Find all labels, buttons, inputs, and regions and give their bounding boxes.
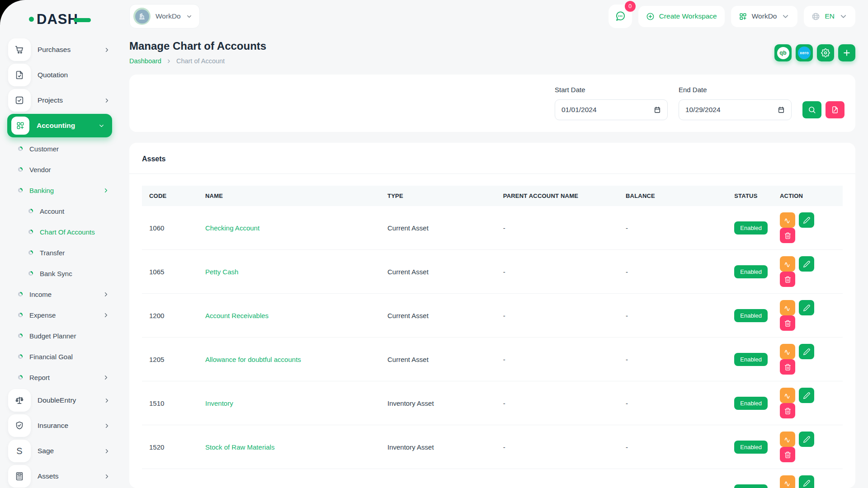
account-name-link[interactable]: Inventory	[205, 399, 233, 407]
delete-button[interactable]	[780, 403, 795, 418]
chevron-right-icon	[104, 47, 110, 53]
status-badge[interactable]: Enabled	[734, 441, 768, 454]
sidebar-item-income[interactable]: Income	[0, 284, 119, 305]
account-name-link[interactable]: Allowance for doubtful accounts	[205, 356, 301, 363]
sidebar-item-assets[interactable]: Assets	[0, 464, 119, 488]
sidebar-item-report[interactable]: Report	[0, 367, 119, 388]
calendar-icon[interactable]	[654, 106, 661, 113]
sidebar-item-vendor[interactable]: Vendor	[0, 159, 119, 180]
account-name-link[interactable]: Checking Account	[205, 224, 259, 232]
cell-parent-account: -	[496, 381, 618, 425]
trash-icon	[784, 319, 792, 327]
status-badge[interactable]: Enabled	[734, 309, 768, 322]
activity-button[interactable]	[780, 432, 795, 447]
activity-button[interactable]	[780, 475, 795, 488]
breadcrumb-dashboard-link[interactable]: Dashboard	[129, 57, 161, 65]
messages-button[interactable]: 0	[609, 5, 632, 28]
sidebar-item-sage[interactable]: SSage	[0, 438, 119, 464]
edit-button[interactable]	[799, 300, 814, 315]
edit-button[interactable]	[799, 212, 814, 228]
language-code: EN	[825, 12, 835, 20]
status-badge[interactable]: Enabled	[734, 221, 768, 235]
building-icon	[135, 9, 149, 23]
sidebar-item-bank-sync[interactable]: Bank Sync	[0, 263, 119, 284]
table-row: 1205Allowance for doubtful accountsCurre…	[142, 338, 843, 381]
end-date-input[interactable]: 10/29/2024	[679, 99, 792, 120]
edit-button[interactable]	[799, 475, 814, 488]
cell-type: Current Asset	[380, 338, 496, 381]
cell-name: Inventory	[198, 381, 380, 425]
sidebar-item-label: Assets	[38, 472, 97, 480]
reset-filter-button[interactable]	[826, 101, 844, 118]
account-name-link[interactable]: Stock of Raw Materials	[205, 443, 274, 451]
activity-button[interactable]	[780, 388, 795, 403]
delete-button[interactable]	[780, 359, 795, 375]
xero-button[interactable]: xero	[796, 44, 813, 61]
grid-plus-iconbox	[11, 117, 29, 135]
settings-button[interactable]	[817, 44, 834, 61]
sidebar-item-chart-of-accounts[interactable]: Chart Of Accounts	[0, 221, 119, 242]
status-badge[interactable]: Enabled	[734, 265, 768, 278]
sidebar-item-banking[interactable]: Banking	[0, 180, 119, 201]
sidebar-item-accounting[interactable]: Accounting	[7, 114, 112, 137]
wave-icon	[784, 348, 792, 356]
delete-button[interactable]	[780, 447, 795, 462]
gear-icon	[821, 48, 830, 57]
workspace-selector[interactable]: WorkDo	[129, 4, 200, 28]
language-dropdown[interactable]: EN	[804, 6, 855, 27]
app-switcher-dropdown[interactable]: WorkDo	[731, 6, 798, 27]
quickbooks-button[interactable]: qb	[774, 44, 792, 61]
sidebar-item-double-entry[interactable]: DoubleEntry	[0, 388, 119, 413]
account-name-link[interactable]: Petty Cash	[205, 268, 238, 276]
table-body: 1060Checking AccountCurrent Asset--Enabl…	[142, 206, 843, 488]
bullet-icon	[18, 375, 23, 380]
chat-icon	[615, 11, 626, 22]
activity-button[interactable]	[780, 300, 795, 315]
cell-status: Enabled	[727, 338, 773, 381]
edit-button[interactable]	[799, 344, 814, 359]
cell-type: Current Asset	[380, 206, 496, 250]
edit-button[interactable]	[799, 256, 814, 272]
filter-card: Start Date 01/01/2024 End Date 10/29/202…	[129, 75, 855, 132]
grid-plus-icon	[16, 121, 25, 130]
status-badge[interactable]: Enabled	[734, 484, 768, 488]
activity-button[interactable]	[780, 256, 795, 272]
sidebar-item-quotation[interactable]: Quotation	[0, 62, 119, 88]
delete-button[interactable]	[780, 272, 795, 287]
bullet-icon	[28, 271, 33, 276]
calendar-icon[interactable]	[778, 106, 785, 113]
sidebar-item-insurance[interactable]: Insurance	[0, 413, 119, 438]
cell-code: 1510	[142, 381, 198, 425]
activity-button[interactable]	[780, 212, 795, 228]
filter-buttons	[802, 101, 844, 120]
sidebar-item-purchases[interactable]: Purchases	[0, 37, 119, 62]
app-window: DASH PurchasesQuotationProjectsAccountin…	[0, 0, 868, 488]
create-workspace-button[interactable]: Create Workspace	[638, 6, 725, 27]
edit-button[interactable]	[799, 432, 814, 447]
status-badge[interactable]: Enabled	[734, 397, 768, 410]
start-date-input[interactable]: 01/01/2024	[555, 99, 668, 120]
sidebar-item-customer[interactable]: Customer	[0, 138, 119, 159]
shield-check-icon	[14, 421, 24, 431]
activity-button[interactable]	[780, 344, 795, 359]
apply-filter-button[interactable]	[802, 101, 821, 118]
sidebar-item-transfer[interactable]: Transfer	[0, 242, 119, 263]
delete-button[interactable]	[780, 228, 795, 243]
add-account-button[interactable]	[838, 44, 855, 61]
account-name-link[interactable]: Account Receivables	[205, 312, 269, 319]
cell-type: Current Asset	[380, 294, 496, 338]
sidebar-item-budget-planner[interactable]: Budget Planner	[0, 325, 119, 346]
end-date-value: 10/29/2024	[685, 106, 721, 114]
column-header-type: TYPE	[380, 186, 496, 206]
sidebar-item-financial-goal[interactable]: Financial Goal	[0, 346, 119, 367]
brand-logo[interactable]: DASH	[0, 7, 119, 31]
cell-name: Allowance for doubtful accounts	[198, 338, 380, 381]
sidebar-item-account[interactable]: Account	[0, 201, 119, 221]
table-header-row: CODENAMETYPEPARENT ACCOUNT NAMEBALANCEST…	[142, 186, 843, 206]
sidebar-item-label: Transfer	[40, 249, 109, 257]
sidebar-item-expense[interactable]: Expense	[0, 305, 119, 325]
sidebar-item-projects[interactable]: Projects	[0, 88, 119, 113]
edit-button[interactable]	[799, 388, 814, 403]
delete-button[interactable]	[780, 315, 795, 331]
status-badge[interactable]: Enabled	[734, 353, 768, 366]
